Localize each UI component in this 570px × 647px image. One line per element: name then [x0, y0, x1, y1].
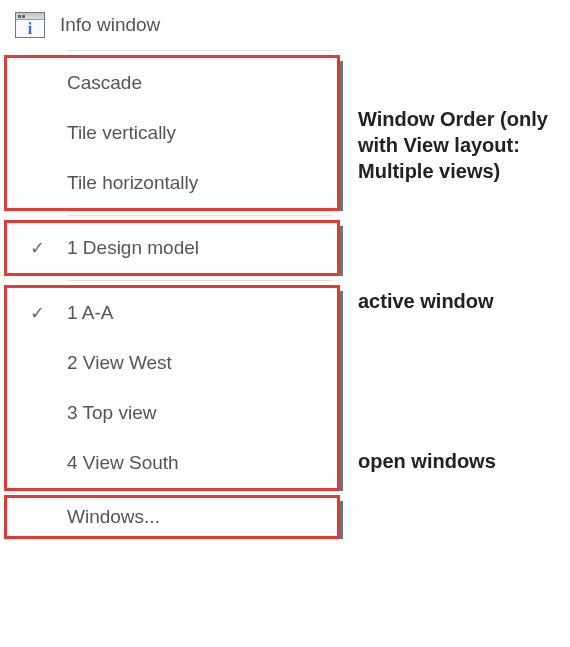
- menu-item-tile-vertically[interactable]: Tile vertically: [7, 108, 337, 158]
- callout-box-windows-dialog: Windows...: [4, 495, 340, 539]
- menu-item-label: 1 A-A: [67, 302, 329, 324]
- menu-item-label: Windows...: [67, 506, 329, 528]
- annotation-active-window: active window: [358, 288, 494, 314]
- menu-item-label: 4 View South: [67, 452, 329, 474]
- menu-item-window-1[interactable]: ✓ 1 A-A: [7, 288, 337, 338]
- check-icon: ✓: [7, 237, 67, 259]
- menu-item-windows-dialog[interactable]: Windows...: [7, 498, 337, 536]
- menu-item-window-4[interactable]: 4 View South: [7, 438, 337, 488]
- callout-box-open-windows: ✓ 1 A-A 2 View West 3 Top view 4 View So…: [4, 285, 340, 491]
- callout-box-active-window: ✓ 1 Design model: [4, 220, 340, 276]
- menu-item-info-window[interactable]: i Info window: [0, 0, 340, 50]
- menu-separator: [68, 50, 332, 51]
- annotation-window-order: Window Order (only with View layout: Mul…: [358, 106, 558, 184]
- menu-item-label: Cascade: [67, 72, 329, 94]
- menu-item-label: 2 View West: [67, 352, 329, 374]
- menu-item-label: Tile horizontally: [67, 172, 329, 194]
- menu-separator: [68, 215, 332, 216]
- annotation-open-windows: open windows: [358, 448, 496, 474]
- check-icon: ✓: [7, 302, 67, 324]
- menu-item-label: Info window: [60, 14, 332, 36]
- menu-item-label: 1 Design model: [67, 237, 329, 259]
- menu-item-label: Tile vertically: [67, 122, 329, 144]
- menu-item-window-3[interactable]: 3 Top view: [7, 388, 337, 438]
- menu-item-window-2[interactable]: 2 View West: [7, 338, 337, 388]
- menu-item-label: 3 Top view: [67, 402, 329, 424]
- menu-item-tile-horizontally[interactable]: Tile horizontally: [7, 158, 337, 208]
- info-window-icon: i: [0, 12, 60, 38]
- menu-item-design-model[interactable]: ✓ 1 Design model: [7, 223, 337, 273]
- callout-box-window-order: Cascade Tile vertically Tile horizontall…: [4, 55, 340, 211]
- menu-item-cascade[interactable]: Cascade: [7, 58, 337, 108]
- window-menu: i Info window Cascade Tile vertically Ti…: [0, 0, 340, 539]
- menu-separator: [68, 280, 332, 281]
